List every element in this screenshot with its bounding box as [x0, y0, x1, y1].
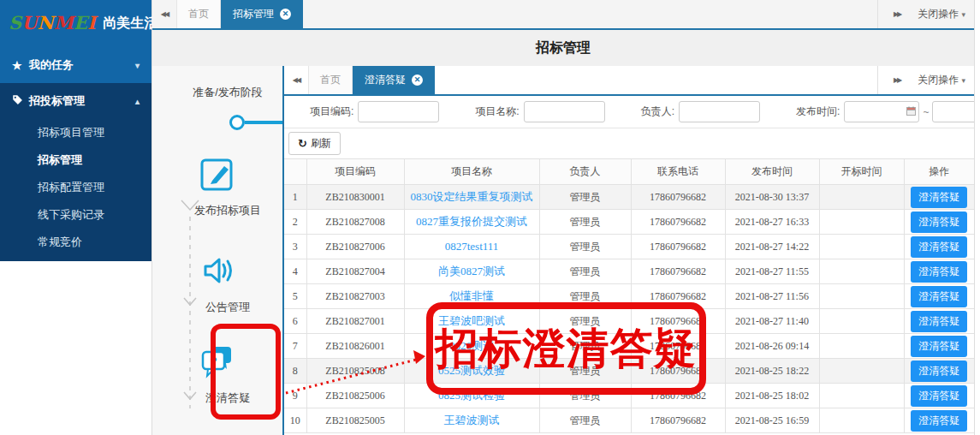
project-name-link[interactable]: 0826测试	[449, 339, 494, 352]
project-name-input[interactable]	[524, 101, 605, 122]
publish-time-end-input[interactable]	[932, 101, 980, 122]
row-number: 3	[284, 235, 306, 259]
clarify-action-button[interactable]: 澄清答疑	[911, 361, 967, 382]
close-operations-dropdown[interactable]: 关闭操作 ▾	[918, 73, 965, 87]
phone: 17860796682	[631, 384, 725, 408]
publish-time: 2021-08-27 11:56	[725, 284, 819, 309]
project-name-link[interactable]: 王碧波测试	[444, 414, 500, 426]
clarify-action-button[interactable]: 澄清答疑	[911, 212, 967, 233]
project-name-link[interactable]: 0827重复报价提交测试	[416, 215, 527, 228]
clarify-action-button[interactable]: 澄清答疑	[911, 336, 967, 357]
workflow-step-announcement[interactable]: 公告管理	[173, 300, 282, 315]
close-icon[interactable]: ✕	[280, 9, 291, 20]
sidebar-group-label: 招投标管理	[29, 93, 85, 109]
refresh-button[interactable]: ↻ 刷新	[288, 132, 341, 155]
workflow-step-clarification[interactable]: 澄清答疑	[173, 390, 282, 406]
table-toolbar: ↻ 刷新	[284, 128, 974, 158]
clarify-action-button[interactable]: 澄清答疑	[911, 236, 967, 258]
row-number: 1	[284, 185, 306, 210]
publish-time: 2021-08-27 14:22	[725, 235, 819, 259]
tabs-scroll-right-icon[interactable]: ▶▶	[885, 76, 909, 84]
phone: 17860796682	[631, 210, 725, 235]
publish-time: 2021-08-26 09:14	[725, 334, 819, 359]
speaker-icon[interactable]	[152, 253, 282, 291]
col-owner: 负责人	[539, 159, 631, 185]
owner-input[interactable]	[679, 101, 760, 122]
clarify-action-button[interactable]: 澄清答疑	[911, 385, 967, 407]
tabs-scroll-right-icon[interactable]: ▶▶	[885, 10, 909, 18]
clarify-action-button[interactable]: 澄清答疑	[911, 311, 967, 332]
sidebar: SUNMEI 尚美生活 ★ 我的任务 ▾ 招投标管理 ▴ 招标项目管理 招标管理…	[0, 0, 152, 435]
project-name-link[interactable]: 似懂非懂	[449, 289, 494, 302]
publish-time: 2021-08-27 16:33	[725, 210, 819, 235]
sidebar-item-bid-project-mgmt[interactable]: 招标项目管理	[0, 119, 151, 146]
projects-table: 项目编码 项目名称 负责人 联系电话 发布时间 开标时间 操作 1 ZB2108…	[284, 158, 974, 433]
table-row: 6 ZB210827001 王碧波吧测试 管理员 17860796682 202…	[284, 309, 974, 334]
project-code: ZB210827001	[306, 309, 404, 334]
calendar-icon[interactable]	[906, 106, 916, 118]
phone: 17860796682	[631, 359, 725, 384]
inner-tab-home[interactable]: 首页	[308, 66, 353, 94]
clarify-action-button[interactable]: 澄清答疑	[911, 261, 967, 283]
star-icon: ★	[12, 59, 29, 72]
tabs-scroll-left-icon[interactable]: ◀◀	[284, 66, 308, 94]
table-row: 2 ZB210827008 0827重复报价提交测试 管理员 178607966…	[284, 210, 974, 235]
publish-time: 2021-08-25 18:02	[725, 384, 819, 408]
col-open-time: 开标时间	[819, 159, 904, 185]
project-name-link[interactable]: 0827test111	[445, 240, 499, 253]
outer-tabbar-right: ▶▶ 关闭操作 ▾	[877, 0, 974, 28]
publish-time-start-wrap	[844, 101, 919, 122]
sidebar-item-regular-bidding[interactable]: 常规竞价	[0, 229, 151, 256]
table-row: 7 ZB210826001 0826测试 管理员 17860796682 202…	[284, 334, 974, 359]
edit-icon[interactable]	[152, 155, 282, 195]
sidebar-group-label: 我的任务	[29, 57, 74, 73]
publish-time: 2021-08-27 11:55	[725, 259, 819, 284]
workflow-stage-node-line	[245, 121, 282, 124]
sidebar-group-bidding[interactable]: 招投标管理 ▴	[0, 83, 151, 119]
project-name-link[interactable]: 0825测试检验	[438, 389, 505, 402]
tabs-scroll-left-icon[interactable]: ◀◀	[152, 0, 176, 28]
close-icon[interactable]: ✕	[412, 74, 423, 86]
workflow-stage-label: 准备/发布阶段	[173, 85, 282, 100]
title-bar: 招标管理	[152, 30, 974, 66]
sidebar-item-offline-purchase[interactable]: 线下采购记录	[0, 201, 151, 229]
tab-bid-mgmt[interactable]: 招标管理 ✕	[221, 0, 303, 28]
chat-question-icon[interactable]: ?	[152, 342, 282, 384]
workflow-step-publish[interactable]: 发布招标项目	[173, 203, 282, 218]
table-row: 1 ZB210830001 0830设定结果重复项测试 管理员 17860796…	[284, 185, 974, 210]
project-code: ZB210827004	[306, 259, 404, 284]
open-time	[819, 359, 904, 384]
open-time	[819, 259, 904, 284]
sidebar-item-bid-config-mgmt[interactable]: 招标配置管理	[0, 174, 151, 201]
sidebar-group-my-tasks[interactable]: ★ 我的任务 ▾	[0, 47, 151, 83]
project-code: ZB210830001	[306, 185, 404, 210]
project-code-input[interactable]	[358, 101, 439, 122]
project-name-link[interactable]: 王碧波吧测试	[438, 314, 505, 327]
clarify-action-button[interactable]: 澄清答疑	[911, 410, 967, 432]
clarify-action-button[interactable]: 澄清答疑	[911, 187, 967, 208]
open-time	[819, 384, 904, 408]
refresh-icon: ↻	[298, 137, 307, 150]
date-range-separator: ~	[923, 106, 929, 118]
row-number: 5	[284, 284, 306, 309]
chevron-down-icon: ▾	[135, 61, 140, 70]
chevron-up-icon: ▴	[135, 97, 140, 106]
open-time	[819, 334, 904, 359]
scrollbar-gutter[interactable]	[974, 0, 980, 435]
workflow-rail: 准备/发布阶段 发布招标项目 公告管理 ? 澄清答疑	[152, 66, 282, 435]
project-name-link[interactable]: 0830设定结果重复项测试	[411, 190, 533, 203]
project-name-link[interactable]: 尚美0827测试	[438, 265, 505, 277]
project-code: ZB210827006	[306, 235, 404, 259]
project-name-link[interactable]: 0525测试效验	[438, 364, 505, 377]
inner-tab-clarification[interactable]: 澄清答疑 ✕	[353, 66, 435, 94]
svg-text:?: ?	[210, 355, 217, 368]
owner: 管理员	[539, 384, 631, 408]
close-operations-dropdown[interactable]: 关闭操作 ▾	[918, 7, 965, 21]
project-code: ZB210825008	[306, 359, 404, 384]
open-time	[819, 210, 904, 235]
phone: 17860796682	[631, 334, 725, 359]
col-project-name: 项目名称	[404, 159, 539, 185]
clarify-action-button[interactable]: 澄清答疑	[911, 286, 967, 307]
sidebar-item-bid-mgmt[interactable]: 招标管理	[0, 146, 151, 174]
tab-home[interactable]: 首页	[176, 0, 221, 28]
